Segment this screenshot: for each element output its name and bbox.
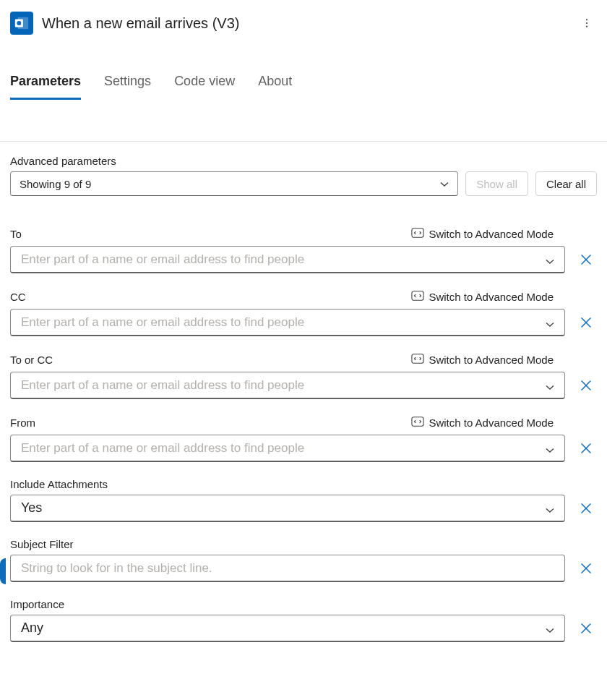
subject-filter-input[interactable] xyxy=(10,555,565,582)
remove-include-attachments-button[interactable] xyxy=(575,498,597,519)
param-to: To Switch to Advanced Mode xyxy=(0,226,607,273)
tab-parameters[interactable]: Parameters xyxy=(10,74,81,100)
svg-point-5 xyxy=(586,26,587,27)
param-from-label: From xyxy=(10,417,35,429)
cc-input-field[interactable] xyxy=(21,315,546,330)
tab-settings[interactable]: Settings xyxy=(104,74,151,100)
advanced-parameters-value: Showing 9 of 9 xyxy=(20,178,91,190)
svg-rect-6 xyxy=(412,229,423,238)
param-subject-filter: Subject Filter xyxy=(0,538,607,582)
chevron-down-icon xyxy=(546,318,554,327)
switch-advanced-mode-from[interactable]: Switch to Advanced Mode xyxy=(411,415,554,430)
svg-point-3 xyxy=(586,19,587,20)
svg-point-4 xyxy=(586,22,587,24)
code-icon xyxy=(411,226,424,242)
switch-advanced-mode-label: Switch to Advanced Mode xyxy=(429,228,554,240)
param-subject-filter-label: Subject Filter xyxy=(10,538,74,550)
advanced-parameters-dropdown[interactable]: Showing 9 of 9 xyxy=(10,171,458,196)
clear-all-button[interactable]: Clear all xyxy=(535,171,597,196)
include-attachments-select[interactable]: Yes xyxy=(10,495,565,522)
from-input[interactable] xyxy=(10,435,565,462)
include-attachments-value: Yes xyxy=(21,500,42,516)
to-input[interactable] xyxy=(10,246,565,273)
card-title: When a new email arrives (V3) xyxy=(42,15,577,32)
to-or-cc-input[interactable] xyxy=(10,372,565,399)
switch-advanced-mode-label: Switch to Advanced Mode xyxy=(429,417,554,429)
advanced-parameters-label: Advanced parameters xyxy=(10,155,597,167)
tab-about[interactable]: About xyxy=(258,74,292,100)
param-from: From Switch to Advanced Mode xyxy=(0,415,607,462)
svg-rect-7 xyxy=(412,291,423,301)
tab-code-view[interactable]: Code view xyxy=(174,74,235,100)
importance-value: Any xyxy=(21,620,43,636)
remove-subject-filter-button[interactable] xyxy=(575,558,597,579)
importance-select[interactable]: Any xyxy=(10,615,565,642)
chevron-down-icon xyxy=(546,444,554,453)
remove-cc-button[interactable] xyxy=(575,312,597,333)
from-input-field[interactable] xyxy=(21,441,546,456)
remove-from-button[interactable] xyxy=(575,438,597,459)
switch-advanced-mode-label: Switch to Advanced Mode xyxy=(429,354,554,366)
cc-input[interactable] xyxy=(10,309,565,336)
show-all-button: Show all xyxy=(465,171,528,196)
card-header: When a new email arrives (V3) xyxy=(0,0,607,43)
code-icon xyxy=(411,289,424,304)
more-actions-button[interactable] xyxy=(577,13,597,33)
svg-rect-9 xyxy=(412,417,423,427)
chevron-down-icon xyxy=(546,255,554,264)
code-icon xyxy=(411,415,424,430)
param-importance: Importance Any xyxy=(0,598,607,657)
param-include-attachments: Include Attachments Yes xyxy=(0,478,607,522)
remove-to-button[interactable] xyxy=(575,249,597,270)
switch-advanced-mode-label: Switch to Advanced Mode xyxy=(429,291,554,303)
param-cc: CC Switch to Advanced Mode xyxy=(0,289,607,336)
advanced-parameters-section: Advanced parameters Showing 9 of 9 Show … xyxy=(0,142,607,210)
chevron-down-icon xyxy=(546,381,554,390)
to-or-cc-input-field[interactable] xyxy=(21,378,546,393)
remove-to-or-cc-button[interactable] xyxy=(575,375,597,396)
param-to-or-cc-label: To or CC xyxy=(10,354,53,366)
outlook-icon xyxy=(10,12,33,35)
chevron-down-icon xyxy=(440,179,449,188)
tab-bar: Parameters Settings Code view About xyxy=(0,43,607,101)
svg-point-2 xyxy=(17,21,21,25)
param-to-or-cc: To or CC Switch to Advanced Mode xyxy=(0,352,607,399)
subject-filter-field[interactable] xyxy=(21,561,554,576)
chevron-down-icon xyxy=(546,504,554,513)
code-icon xyxy=(411,352,424,367)
remove-importance-button[interactable] xyxy=(575,618,597,639)
switch-advanced-mode-toorcc[interactable]: Switch to Advanced Mode xyxy=(411,352,554,367)
svg-rect-8 xyxy=(412,354,423,364)
switch-advanced-mode-cc[interactable]: Switch to Advanced Mode xyxy=(411,289,554,304)
switch-advanced-mode-to[interactable]: Switch to Advanced Mode xyxy=(411,226,554,242)
param-include-attachments-label: Include Attachments xyxy=(10,478,108,490)
chevron-down-icon xyxy=(546,624,554,633)
param-to-label: To xyxy=(10,228,22,240)
to-input-field[interactable] xyxy=(21,252,546,267)
param-importance-label: Importance xyxy=(10,598,64,610)
param-cc-label: CC xyxy=(10,291,26,303)
selection-indicator xyxy=(0,558,6,584)
